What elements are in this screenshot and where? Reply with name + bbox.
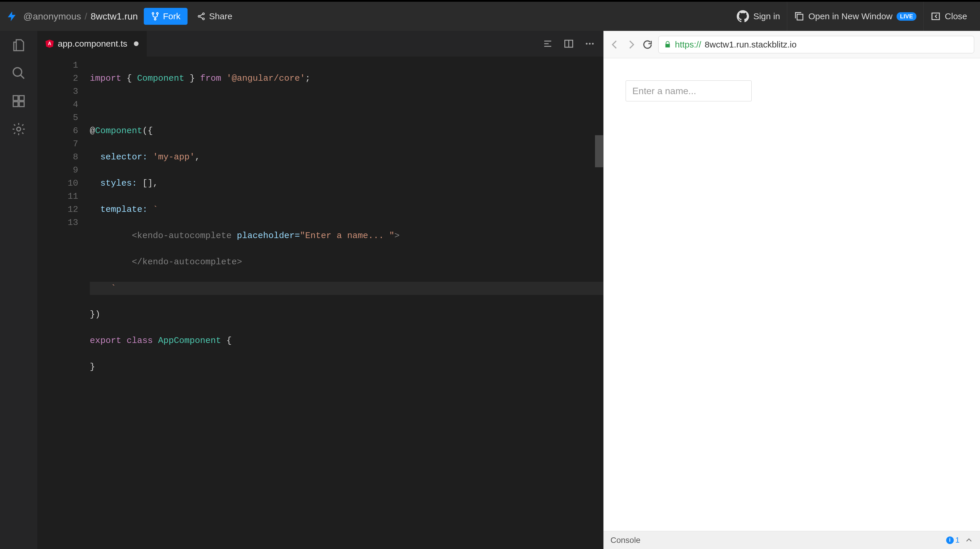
- open-new-window-label: Open in New Window: [808, 11, 892, 21]
- code-editor[interactable]: 1 2 3 4 5 6 7 8 9 10 11 12 13 import { C…: [37, 57, 603, 549]
- line-number: 13: [37, 216, 78, 229]
- share-label: Share: [209, 11, 232, 21]
- code-line[interactable]: <kendo-autocomplete placeholder="Enter a…: [90, 229, 603, 243]
- split-editor-icon[interactable]: [563, 38, 574, 49]
- nav-forward-icon[interactable]: [625, 39, 637, 50]
- tabs: A app.component.ts: [37, 31, 147, 57]
- console-info-count: 1: [956, 536, 959, 545]
- bolt-logo-icon[interactable]: [6, 11, 18, 22]
- code-line[interactable]: </kendo-autocomplete>: [90, 255, 603, 269]
- app-header: @anonymous / 8wctw1.run Fork Share Sign …: [0, 2, 980, 31]
- line-number: 3: [37, 85, 78, 98]
- line-number: 7: [37, 138, 78, 151]
- settings-icon[interactable]: [11, 122, 26, 136]
- svg-point-15: [586, 43, 588, 44]
- code-line[interactable]: [90, 98, 603, 111]
- svg-point-16: [589, 43, 590, 44]
- header-left: @anonymous / 8wctw1.run Fork Share: [6, 8, 239, 25]
- code-line[interactable]: [90, 387, 603, 400]
- github-icon: [737, 10, 749, 23]
- code-line[interactable]: }: [90, 360, 603, 374]
- code-line[interactable]: styles: [],: [90, 177, 603, 190]
- share-button[interactable]: Share: [190, 8, 239, 25]
- fork-icon: [151, 12, 159, 21]
- scrollbar-thumb[interactable]: [595, 135, 603, 167]
- line-number: 9: [37, 164, 78, 177]
- code-line[interactable]: template: `: [90, 203, 603, 216]
- line-gutter: 1 2 3 4 5 6 7 8 9 10 11 12 13: [37, 57, 90, 549]
- chevron-up-icon[interactable]: [965, 536, 973, 544]
- format-icon[interactable]: [542, 38, 553, 49]
- line-number: 11: [37, 190, 78, 203]
- line-number: 8: [37, 151, 78, 164]
- line-number: 4: [37, 98, 78, 111]
- svg-point-1: [156, 13, 158, 14]
- svg-point-5: [202, 18, 204, 20]
- preview-toolbar: https://8wctw1.run.stackblitz.io: [603, 31, 980, 58]
- code-line[interactable]: selector: 'my-app',: [90, 151, 603, 164]
- header-right: Sign in Open in New Window LIVE Close: [729, 2, 974, 31]
- svg-point-0: [152, 13, 154, 14]
- code-lines[interactable]: import { Component } from '@angular/core…: [90, 57, 603, 549]
- breadcrumb: @anonymous / 8wctw1.run: [23, 11, 138, 22]
- line-number: 1: [37, 59, 78, 72]
- main-area: A app.component.ts 1 2 3 4 5 6 7 8: [0, 31, 980, 549]
- more-actions-icon[interactable]: [584, 38, 595, 49]
- url-bar[interactable]: https://8wctw1.run.stackblitz.io: [658, 36, 974, 53]
- tab-app-component[interactable]: A app.component.ts: [37, 31, 147, 57]
- svg-rect-6: [797, 14, 803, 20]
- signin-label: Sign in: [753, 11, 780, 21]
- preview-body: [603, 58, 980, 531]
- close-panel-icon: [931, 11, 940, 21]
- console-right: i 1: [946, 536, 973, 545]
- svg-point-13: [17, 127, 21, 131]
- svg-point-2: [154, 18, 156, 20]
- svg-point-17: [592, 43, 594, 44]
- console-label: Console: [611, 536, 641, 545]
- signin-button[interactable]: Sign in: [729, 2, 787, 31]
- nav-back-icon[interactable]: [609, 39, 620, 50]
- svg-point-4: [198, 16, 200, 17]
- extensions-icon[interactable]: [11, 94, 26, 108]
- code-line[interactable]: `: [90, 282, 603, 295]
- console-info-badge[interactable]: i 1: [946, 536, 959, 545]
- search-icon[interactable]: [11, 66, 26, 81]
- code-line[interactable]: import { Component } from '@angular/core…: [90, 72, 603, 85]
- close-button[interactable]: Close: [923, 2, 974, 31]
- svg-point-8: [13, 68, 22, 76]
- svg-rect-10: [19, 95, 24, 100]
- svg-rect-12: [19, 102, 24, 107]
- code-line[interactable]: }): [90, 308, 603, 321]
- info-icon: i: [946, 536, 954, 544]
- line-number: 5: [37, 111, 78, 124]
- share-icon: [197, 12, 205, 21]
- breadcrumb-project[interactable]: 8wctw1.run: [91, 11, 138, 22]
- url-protocol: https://: [675, 40, 701, 49]
- reload-icon[interactable]: [642, 39, 653, 50]
- breadcrumb-separator: /: [84, 11, 87, 22]
- line-number: 6: [37, 124, 78, 138]
- code-line[interactable]: export class AppComponent {: [90, 334, 603, 347]
- lock-icon: [664, 41, 671, 48]
- preview-pane: https://8wctw1.run.stackblitz.io Console…: [603, 31, 980, 549]
- url-host: 8wctw1.run.stackblitz.io: [705, 40, 797, 49]
- line-number: 10: [37, 177, 78, 190]
- tab-filename: app.component.ts: [58, 39, 127, 49]
- autocomplete-input[interactable]: [625, 81, 752, 102]
- activity-bar: [0, 31, 37, 549]
- dirty-indicator-icon: [134, 41, 138, 46]
- code-line[interactable]: @Component({: [90, 124, 603, 138]
- console-bar[interactable]: Console i 1: [603, 531, 980, 549]
- explorer-icon[interactable]: [11, 38, 26, 52]
- tab-actions: [542, 38, 603, 49]
- svg-rect-9: [13, 95, 18, 100]
- close-label: Close: [945, 11, 967, 21]
- line-number: 2: [37, 72, 78, 85]
- fork-button[interactable]: Fork: [144, 8, 188, 25]
- open-new-window-button[interactable]: Open in New Window LIVE: [787, 2, 923, 31]
- live-badge: LIVE: [897, 12, 916, 21]
- breadcrumb-user[interactable]: @anonymous: [23, 11, 81, 22]
- header-actions: Fork Share: [144, 8, 239, 25]
- new-window-icon: [794, 11, 804, 21]
- editor-scrollbar[interactable]: [595, 57, 603, 549]
